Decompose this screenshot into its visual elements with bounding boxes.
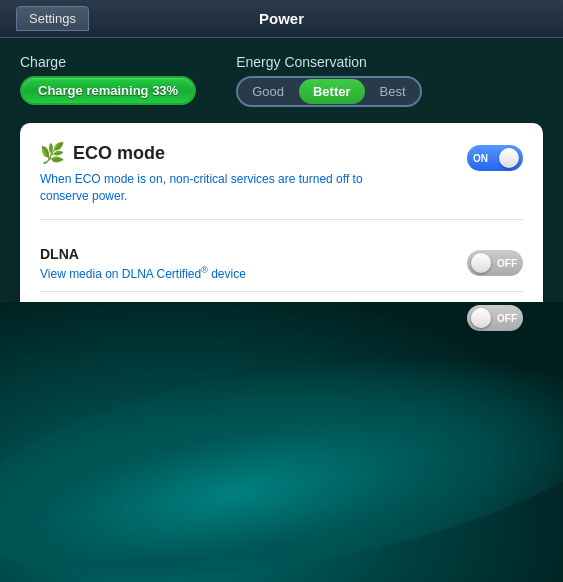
charge-section: Charge Charge remaining 33% xyxy=(20,54,196,105)
eco-toggle[interactable]: ON xyxy=(467,145,523,171)
energy-btn-good[interactable]: Good xyxy=(238,78,298,105)
dlna-description: View media on DLNA Certified® device xyxy=(40,265,451,281)
eco-toggle-label: ON xyxy=(473,153,488,164)
eco-title-row: 🌿 ECO mode xyxy=(40,141,451,165)
energy-btn-best[interactable]: Best xyxy=(366,78,420,105)
dlna-toggle-knob xyxy=(471,253,491,273)
main-container: Settings Power Charge Charge remaining 3… xyxy=(0,0,563,582)
dlna-section: DLNA View media on DLNA Certified® devic… xyxy=(40,236,523,292)
charge-label: Charge xyxy=(20,54,196,70)
energy-section: Energy Conservation Good Better Best xyxy=(236,54,421,107)
dlna-title: DLNA xyxy=(40,246,451,262)
charge-bar: Charge remaining 33% xyxy=(20,76,196,105)
energy-btn-better[interactable]: Better xyxy=(299,79,365,104)
top-row: Charge Charge remaining 33% Energy Conse… xyxy=(20,54,543,107)
energy-label: Energy Conservation xyxy=(236,54,421,70)
eco-title-text: ECO mode xyxy=(73,143,165,164)
samba-toggle-knob xyxy=(471,308,491,328)
dlna-toggle-label: OFF xyxy=(497,258,517,269)
dlna-toggle[interactable]: OFF xyxy=(467,250,523,276)
energy-buttons-group: Good Better Best xyxy=(236,76,421,107)
eco-leaf-icon: 🌿 xyxy=(40,141,65,165)
samba-toggle[interactable]: OFF xyxy=(467,305,523,331)
page-title: Power xyxy=(259,10,304,27)
header-bar: Settings Power xyxy=(0,0,563,38)
samba-toggle-label: OFF xyxy=(497,313,517,324)
dlna-left: DLNA View media on DLNA Certified® devic… xyxy=(40,246,451,281)
eco-section: 🌿 ECO mode When ECO mode is on, non-crit… xyxy=(40,141,523,220)
eco-left: 🌿 ECO mode When ECO mode is on, non-crit… xyxy=(40,141,451,205)
eco-description: When ECO mode is on, non-critical servic… xyxy=(40,171,380,205)
background-wave xyxy=(0,302,563,582)
settings-tab[interactable]: Settings xyxy=(16,6,89,31)
eco-toggle-knob xyxy=(499,148,519,168)
